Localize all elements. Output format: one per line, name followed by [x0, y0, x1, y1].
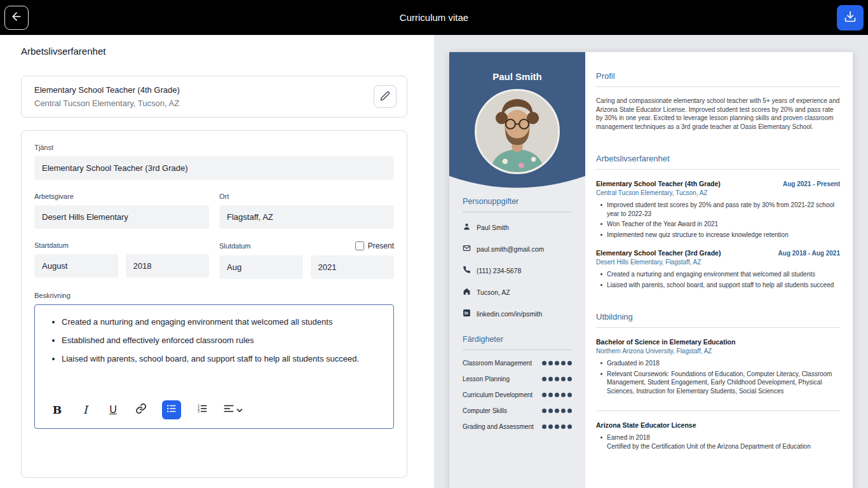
contact-item: (111) 234-5678 — [463, 265, 572, 276]
job-title: Elementary School Teacher (4th Grade) — [596, 180, 721, 187]
experience-form-card: Tjänst Arbetsgivare Ort Startdatum — [21, 130, 407, 478]
skill-level-dots — [542, 377, 572, 381]
ort-input[interactable] — [219, 205, 394, 229]
entry-card-text: Elementary School Teacher (4th Grade) Ce… — [34, 85, 180, 108]
cv-page: Paul Smith — [449, 52, 853, 488]
education-section: Utbildning Bachelor of Science in Elemet… — [596, 312, 840, 451]
education-bullet: Graduated in 2018 — [607, 359, 840, 368]
cv-sidebar: Paul Smith — [449, 52, 585, 488]
present-checkbox[interactable] — [355, 241, 364, 250]
linkedin-icon: in — [463, 308, 471, 320]
arbetsgivare-label: Arbetsgivare — [34, 193, 209, 200]
skill-item: Curriculum Development — [463, 391, 572, 398]
contact-item: paul.smith@gmail.com — [463, 243, 572, 255]
ort-label: Ort — [219, 193, 394, 200]
description-bullet: Established and effectively enforced cla… — [62, 334, 383, 348]
svg-text:3: 3 — [198, 409, 200, 413]
contact-text: Paul Smith — [477, 224, 509, 231]
job-title: Elementary School Teacher (3rd Grade) — [596, 249, 721, 257]
link-button[interactable] — [134, 402, 148, 417]
job-dates: Aug 2018 - Aug 2021 — [778, 250, 840, 257]
avatar-photo — [477, 91, 558, 172]
degree-title: Bachelor of Science in Elemetary Educati… — [596, 338, 735, 346]
preview-panel: Paul Smith — [434, 35, 868, 488]
profile-heading: Profil — [596, 71, 840, 81]
education-heading: Utbildning — [596, 312, 840, 322]
job-company: Central Tucson Elementary, Tucson, AZ — [596, 189, 840, 196]
italic-button[interactable]: I — [78, 402, 92, 417]
startdatum-label: Startdatum — [34, 241, 209, 249]
school-name: Northern Arizona University, Flagstaff, … — [596, 348, 840, 355]
dates-row: Startdatum Slutdatum Present — [34, 241, 394, 279]
skill-item: Lesson Planning — [463, 376, 572, 383]
arbetsgivare-input[interactable] — [34, 205, 209, 229]
tjanst-input[interactable] — [34, 156, 394, 180]
divider — [596, 410, 840, 411]
pencil-icon — [380, 91, 390, 103]
contact-text: Tucson, AZ — [477, 288, 510, 296]
contact-item: Paul Smith — [463, 222, 572, 233]
divider — [596, 327, 840, 328]
phone-icon — [463, 265, 471, 276]
startdate-field: Startdatum — [34, 241, 209, 279]
start-year-input[interactable] — [126, 254, 210, 278]
job-bullet: Liaised with parents, school board, and … — [607, 281, 840, 290]
location-field: Ort — [219, 193, 394, 229]
education-bullet: Earned in 2018 Certified by the Certific… — [607, 433, 840, 451]
present-toggle[interactable]: Present — [355, 241, 394, 250]
skills-heading: Färdigheter — [463, 335, 572, 350]
download-icon — [844, 10, 857, 25]
divider — [596, 86, 840, 87]
align-left-icon — [223, 403, 234, 417]
education-bullet: Relevant Coursework: Foundations of Educ… — [607, 370, 840, 396]
description-editor: Created a nurturing and engaging environ… — [34, 304, 394, 429]
employer-location-row: Arbetsgivare Ort — [34, 193, 394, 229]
person-icon — [463, 222, 471, 233]
align-button[interactable] — [223, 402, 243, 417]
bold-button[interactable]: B — [50, 402, 64, 417]
cv-name: Paul Smith — [449, 71, 585, 82]
end-year-input[interactable] — [311, 255, 395, 279]
back-button[interactable] — [4, 6, 29, 30]
license-title: Arizona State Educator License — [596, 421, 696, 429]
skill-level-dots — [542, 361, 572, 365]
experience-heading: Arbetslivserfarenhet — [596, 154, 840, 163]
end-month-input[interactable] — [219, 255, 303, 279]
entry-card-title: Elementary School Teacher (4th Grade) — [34, 85, 180, 95]
contact-text: linkedin.com/in/psmith — [477, 310, 542, 318]
job-company: Desert Hills Elementary, Flagstaff, AZ — [596, 259, 840, 266]
education-entry: Arizona State Educator License Earned in… — [596, 421, 840, 451]
tjanst-label: Tjänst — [34, 144, 394, 151]
skill-level-dots — [542, 409, 572, 413]
underline-button[interactable]: U — [106, 402, 120, 417]
content: Arbetslivserfarenhet Elementary School T… — [0, 35, 868, 488]
skill-item: Classroom Management — [463, 360, 572, 367]
skill-name: Computer Skills — [463, 407, 507, 414]
education-entry: Bachelor of Science in Elemetary Educati… — [596, 338, 840, 395]
download-button[interactable] — [837, 5, 864, 30]
description-bullet: Created a nurturing and engaging environ… — [62, 315, 383, 329]
job-bullets: Created a nurturing and engaging environ… — [596, 270, 840, 289]
skill-name: Classroom Management — [463, 360, 532, 367]
edit-entry-button[interactable] — [374, 85, 397, 108]
divider — [596, 169, 840, 170]
skill-item: Grading and Assessment — [463, 423, 572, 430]
experience-entry-card[interactable]: Elementary School Teacher (4th Grade) Ce… — [21, 76, 407, 118]
bullet-list-button[interactable] — [162, 400, 181, 419]
bullet-list-icon — [166, 403, 177, 417]
avatar — [475, 89, 560, 174]
job-bullet: Improved student test scores by 20% and … — [607, 201, 840, 218]
skill-level-dots — [542, 393, 572, 397]
description-bullet-list: Created a nurturing and engaging environ… — [45, 315, 383, 366]
description-textbox[interactable]: Created a nurturing and engaging environ… — [35, 305, 393, 370]
job-bullet: Won Teacher of the Year Award in 2021 — [607, 220, 840, 229]
contact-item: Tucson, AZ — [463, 287, 572, 298]
start-month-input[interactable] — [34, 254, 118, 278]
skill-item: Computer Skills — [463, 407, 572, 414]
rte-toolbar: B I U 123 — [35, 395, 393, 428]
experience-section: Arbetslivserfarenhet Elementary School T… — [596, 154, 840, 289]
job-dates: Aug 2021 - Present — [783, 180, 840, 187]
numbered-list-button[interactable]: 123 — [195, 402, 209, 417]
beskrivning-label: Beskrivning — [34, 292, 394, 299]
job-bullet: Implemented new quiz structure to increa… — [607, 231, 840, 240]
